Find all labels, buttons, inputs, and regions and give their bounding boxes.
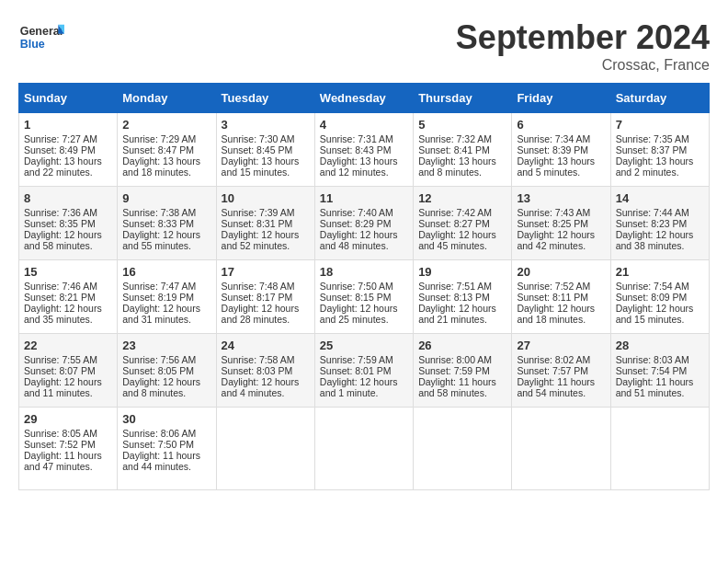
table-row: 25Sunrise: 7:59 AMSunset: 8:01 PMDayligh… (314, 334, 413, 408)
day-detail: and 31 minutes. (122, 314, 210, 325)
day-detail: Daylight: 12 hours (24, 229, 112, 240)
table-row: 28Sunrise: 8:03 AMSunset: 7:54 PMDayligh… (610, 334, 709, 408)
day-detail: Daylight: 12 hours (418, 303, 506, 314)
day-detail: Daylight: 12 hours (24, 303, 112, 314)
day-number: 3 (222, 118, 310, 132)
day-detail: and 45 minutes. (418, 240, 506, 251)
table-row: 15Sunrise: 7:46 AMSunset: 8:21 PMDayligh… (19, 260, 118, 334)
day-detail: Daylight: 13 hours (418, 155, 506, 167)
day-detail: and 8 minutes. (122, 387, 210, 398)
day-detail: Sunrise: 7:47 AM (122, 281, 210, 292)
table-row: 14Sunrise: 7:44 AMSunset: 8:23 PMDayligh… (610, 187, 709, 260)
day-number: 29 (24, 412, 112, 426)
table-row: 16Sunrise: 7:47 AMSunset: 8:19 PMDayligh… (118, 260, 216, 334)
table-row: 7Sunrise: 7:35 AMSunset: 8:37 PMDaylight… (610, 113, 709, 187)
table-row: 20Sunrise: 7:52 AMSunset: 8:11 PMDayligh… (512, 260, 610, 334)
table-row: 27Sunrise: 8:02 AMSunset: 7:57 PMDayligh… (512, 334, 610, 408)
title-section: September 2024 Crossac, France (456, 18, 710, 74)
table-row: 1Sunrise: 7:27 AMSunset: 8:49 PMDaylight… (19, 113, 118, 187)
day-detail: Sunset: 8:07 PM (24, 365, 112, 376)
day-detail: Sunrise: 7:38 AM (122, 207, 210, 218)
day-detail: Sunrise: 8:00 AM (418, 354, 506, 365)
day-detail: Sunrise: 7:44 AM (616, 207, 704, 218)
calendar-table: Sunday Monday Tuesday Wednesday Thursday… (18, 83, 710, 490)
day-detail: and 8 minutes. (418, 167, 506, 178)
day-detail: and 25 minutes. (320, 314, 408, 325)
day-detail: Sunrise: 7:46 AM (24, 281, 112, 292)
day-detail: and 42 minutes. (517, 240, 605, 251)
day-detail: and 28 minutes. (222, 314, 310, 325)
day-detail: and 47 minutes. (24, 461, 112, 472)
day-detail: Sunset: 8:01 PM (320, 365, 408, 376)
col-wednesday: Wednesday (314, 84, 413, 113)
day-detail: and 2 minutes. (616, 167, 704, 178)
day-detail: and 52 minutes. (222, 240, 310, 251)
day-detail: Sunrise: 7:59 AM (320, 354, 408, 365)
day-detail: and 15 minutes. (616, 314, 704, 325)
day-detail: and 48 minutes. (320, 240, 408, 251)
day-number: 5 (418, 118, 506, 132)
day-number: 16 (122, 265, 210, 279)
month-title: September 2024 (456, 18, 710, 57)
col-friday: Friday (512, 84, 610, 113)
day-number: 7 (616, 118, 704, 132)
day-detail: Sunset: 8:49 PM (24, 144, 112, 155)
table-row (216, 408, 314, 490)
day-detail: Sunset: 8:11 PM (517, 292, 605, 303)
day-detail: Sunrise: 7:42 AM (418, 207, 506, 218)
day-detail: Sunrise: 7:36 AM (24, 207, 112, 218)
day-detail: and 1 minute. (320, 387, 408, 398)
day-detail: and 18 minutes. (122, 167, 210, 178)
day-detail: Sunrise: 7:31 AM (320, 133, 408, 144)
day-detail: Sunset: 8:19 PM (122, 292, 210, 303)
day-number: 27 (517, 339, 605, 352)
table-row: 10Sunrise: 7:39 AMSunset: 8:31 PMDayligh… (216, 187, 314, 260)
col-saturday: Saturday (610, 84, 709, 113)
table-row: 19Sunrise: 7:51 AMSunset: 8:13 PMDayligh… (414, 260, 512, 334)
day-detail: Sunset: 7:54 PM (616, 365, 704, 376)
table-row: 21Sunrise: 7:54 AMSunset: 8:09 PMDayligh… (610, 260, 709, 334)
table-row: 22Sunrise: 7:55 AMSunset: 8:07 PMDayligh… (19, 334, 118, 408)
table-row (414, 408, 512, 490)
day-number: 12 (418, 191, 506, 205)
day-number: 19 (418, 265, 506, 279)
day-detail: Daylight: 11 hours (418, 376, 506, 387)
day-number: 1 (24, 118, 112, 132)
day-detail: Sunset: 8:21 PM (24, 292, 112, 303)
day-detail: Sunrise: 7:39 AM (222, 207, 310, 218)
day-number: 8 (24, 191, 112, 205)
day-detail: Daylight: 11 hours (24, 450, 112, 461)
day-number: 6 (517, 118, 605, 132)
table-row: 29Sunrise: 8:05 AMSunset: 7:52 PMDayligh… (19, 408, 118, 490)
day-detail: Sunrise: 7:48 AM (222, 281, 310, 292)
table-row: 8Sunrise: 7:36 AMSunset: 8:35 PMDaylight… (19, 187, 118, 260)
day-detail: and 4 minutes. (222, 387, 310, 398)
day-detail: Sunset: 7:57 PM (517, 365, 605, 376)
day-detail: Sunrise: 7:43 AM (517, 207, 605, 218)
day-number: 23 (122, 339, 210, 352)
day-detail: Daylight: 13 hours (222, 155, 310, 167)
day-detail: and 35 minutes. (24, 314, 112, 325)
day-detail: Daylight: 12 hours (222, 229, 310, 240)
svg-text:Blue: Blue (20, 38, 45, 51)
day-detail: Sunset: 8:27 PM (418, 218, 506, 229)
day-detail: Sunrise: 7:58 AM (222, 354, 310, 365)
day-detail: Sunset: 7:52 PM (24, 439, 112, 450)
header-row: Sunday Monday Tuesday Wednesday Thursday… (19, 84, 710, 113)
day-detail: Daylight: 12 hours (616, 229, 704, 240)
day-detail: Sunset: 8:37 PM (616, 144, 704, 155)
table-row: 24Sunrise: 7:58 AMSunset: 8:03 PMDayligh… (216, 334, 314, 408)
logo: General Blue (18, 18, 69, 55)
day-number: 4 (320, 118, 408, 132)
day-detail: and 18 minutes. (517, 314, 605, 325)
day-detail: and 51 minutes. (616, 387, 704, 398)
day-detail: Daylight: 11 hours (517, 376, 605, 387)
table-row: 18Sunrise: 7:50 AMSunset: 8:15 PMDayligh… (314, 260, 413, 334)
day-detail: and 58 minutes. (418, 387, 506, 398)
table-row: 17Sunrise: 7:48 AMSunset: 8:17 PMDayligh… (216, 260, 314, 334)
table-row: 26Sunrise: 8:00 AMSunset: 7:59 PMDayligh… (414, 334, 512, 408)
day-number: 10 (222, 191, 310, 205)
day-detail: Sunrise: 7:30 AM (222, 133, 310, 144)
table-row: 3Sunrise: 7:30 AMSunset: 8:45 PMDaylight… (216, 113, 314, 187)
day-number: 15 (24, 265, 112, 279)
